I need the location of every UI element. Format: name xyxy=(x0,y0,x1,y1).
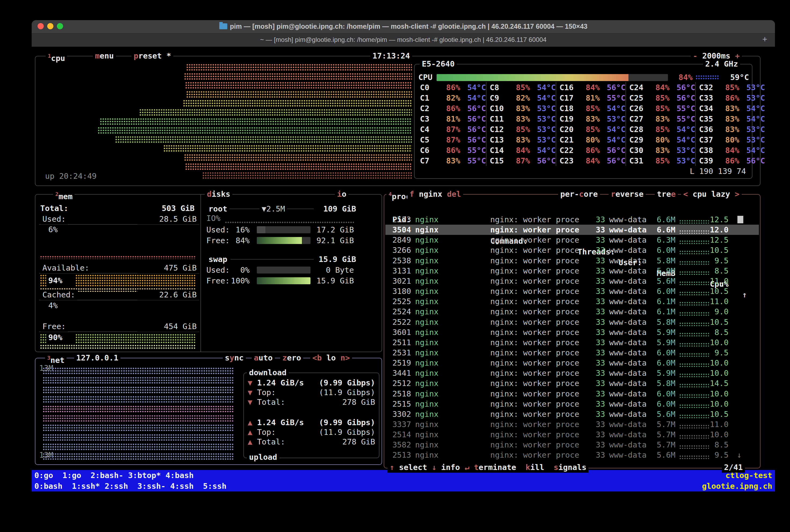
core-pct: 86% xyxy=(439,103,460,114)
process-row[interactable]: 3504nginxnginx: worker proce33www-data6.… xyxy=(385,225,759,235)
prev-interface-button[interactable]: <b xyxy=(312,353,322,362)
process-row[interactable]: 2519nginxnginx: worker proce33www-data6.… xyxy=(385,358,759,368)
core-id: C36 xyxy=(699,124,718,135)
process-pid: 2519 xyxy=(385,358,411,368)
mem-total-value: 503 GiB xyxy=(137,203,195,214)
mem-box: Total: 503 GiB Used: 28.5 GiB 6% Availab… xyxy=(35,194,382,352)
process-row[interactable]: 3021nginxnginx: worker proce33www-data5.… xyxy=(385,276,759,286)
proc-filter[interactable]: f nginx del xyxy=(407,189,463,200)
process-row[interactable]: 3266nginxnginx: worker proce33www-data6.… xyxy=(385,245,759,255)
core-stat: C1383%53°C xyxy=(486,134,556,145)
window-title: pim — [mosh] pim@glootie.ipng.ch: /home/… xyxy=(219,22,587,30)
disks-area: root ▼2.5M 109 GiB IO% Used:16% 17.2 GiB… xyxy=(200,195,382,352)
reverse-toggle[interactable]: reverse xyxy=(609,189,646,200)
process-threads: 33 xyxy=(581,225,605,235)
process-cpu-mini-graph xyxy=(679,271,709,275)
up-arrow-icon[interactable]: ↑ xyxy=(390,463,394,472)
net-interface-switcher[interactable]: <b lo n> xyxy=(310,353,352,363)
core-temp: 54°C xyxy=(600,134,625,145)
process-row[interactable]: 3337nginxnginx: worker proce33www-data5.… xyxy=(385,419,759,430)
preset-button[interactable]: preset * xyxy=(132,51,173,61)
process-row[interactable]: 2538nginxnginx: worker proce33www-data5.… xyxy=(385,255,759,266)
cpu-total-bar xyxy=(437,74,668,81)
sort-selector[interactable]: < cpu lazy > xyxy=(681,189,742,200)
mem-available-value: 475 GiB xyxy=(137,263,199,273)
menu-button[interactable]: menu xyxy=(93,51,116,61)
process-row[interactable]: 2511nginxnginx: worker proce33www-data5.… xyxy=(385,337,759,348)
io-mode-button[interactable]: io xyxy=(335,189,349,200)
process-threads: 33 xyxy=(581,430,605,440)
process-row[interactable]: 3441nginxnginx: worker proce33www-data5.… xyxy=(385,368,759,378)
tab-title[interactable]: ~ — [mosh] pim@glootie.ipng.ch: /home/pi… xyxy=(260,36,546,43)
core-pct: 85% xyxy=(509,124,530,135)
tab-bar: ~ — [mosh] pim@glootie.ipng.ch: /home/pi… xyxy=(32,33,775,47)
process-row[interactable]: 3582nginxnginx: worker proce33www-data5.… xyxy=(385,440,759,450)
process-row[interactable]: 2524nginxnginx: worker proce33www-data6.… xyxy=(385,306,759,317)
process-cpu-mini-graph xyxy=(679,281,709,285)
process-cpu: 12.0 xyxy=(708,225,729,235)
screen-status-bar-inner: 0:bash 1:ssh* 2:ssh 3:ssh- 4:ssh 5:ssh g… xyxy=(32,481,775,492)
process-command: nginx: worker proce xyxy=(490,399,579,409)
enter-icon[interactable]: ↵ xyxy=(464,463,469,472)
next-interface-button[interactable]: n> xyxy=(341,353,350,362)
core-temp: 54°C xyxy=(670,134,695,145)
core-temp: 56°C xyxy=(460,103,486,114)
zoom-button[interactable] xyxy=(57,23,63,29)
process-row[interactable]: 3601nginxnginx: worker proce33www-data5.… xyxy=(385,327,759,337)
core-id: C16 xyxy=(559,82,579,93)
disk-root-io-graph xyxy=(225,222,354,224)
down-arrow-icon[interactable]: ↓ xyxy=(432,463,436,472)
process-row[interactable]: 3302nginxnginx: worker proce33www-data5.… xyxy=(385,409,759,419)
process-row[interactable]: 2513nginxnginx: worker proce33www-data5.… xyxy=(385,450,759,460)
process-row[interactable]: 2531nginxnginx: worker proce33www-data6.… xyxy=(385,348,759,358)
process-mem: 5.7M xyxy=(640,430,675,440)
process-row[interactable]: 3180nginxnginx: worker proce33www-data6.… xyxy=(385,286,759,296)
kill-action[interactable]: ill xyxy=(530,463,544,472)
process-row[interactable]: 2518nginxnginx: worker proce33www-data6.… xyxy=(385,389,759,399)
minimize-button[interactable] xyxy=(47,23,53,29)
core-temp: 54°C xyxy=(530,93,556,103)
process-cpu: 12.5 xyxy=(708,214,729,225)
net-auto-button[interactable]: auto xyxy=(252,353,275,363)
signals-action[interactable]: ignals xyxy=(558,463,586,472)
net-zero-button[interactable]: zero xyxy=(280,353,303,363)
core-id: C4 xyxy=(420,124,439,135)
process-row[interactable]: 2849nginxnginx: worker proce33www-data6.… xyxy=(385,235,759,245)
process-pid: 3021 xyxy=(385,276,411,286)
sort-next-button[interactable]: > xyxy=(735,190,739,198)
core-pct: 83% xyxy=(509,103,530,114)
close-button[interactable] xyxy=(38,23,44,29)
process-row[interactable]: 2522nginxnginx: worker proce33www-data5.… xyxy=(385,317,759,327)
screen-windows-outer: 0:go 1:go 2:bash- 3:btop* 4:bash xyxy=(34,470,194,481)
process-pid: 2514 xyxy=(385,430,411,440)
net-interface[interactable]: 127.0.0.1 xyxy=(74,353,120,363)
process-row[interactable]: 3131nginxnginx: worker proce33www-data5.… xyxy=(385,266,759,276)
process-row[interactable]: 2515nginxnginx: worker proce33www-data6.… xyxy=(385,399,759,409)
proc-column-headers: Pid: Program: Command: Threads: User: Me… xyxy=(385,204,759,214)
process-row[interactable]: 2523nginxnginx: worker proce33www-data6.… xyxy=(385,214,759,225)
info-action[interactable]: info xyxy=(441,463,460,472)
tree-toggle[interactable]: tree xyxy=(655,189,678,200)
percore-toggle[interactable]: per-core xyxy=(558,189,600,200)
core-pct: 83% xyxy=(718,114,739,124)
new-tab-button[interactable]: + xyxy=(759,34,770,44)
interval-decrease-button[interactable]: - xyxy=(693,51,697,60)
core-pct: 85% xyxy=(579,103,600,114)
scrollbar-thumb[interactable] xyxy=(737,216,743,223)
process-row[interactable]: 2512nginxnginx: worker proce33www-data5.… xyxy=(385,378,759,388)
process-row[interactable]: 2525nginxnginx: worker proce33www-data6.… xyxy=(385,296,759,306)
disks-box-title[interactable]: disks xyxy=(205,189,232,200)
upload-top-row: ▲ Top:(11.9 Gibps) xyxy=(248,427,375,438)
core-stat: C182%54°C xyxy=(417,93,486,103)
terminate-action[interactable]: erminate xyxy=(479,463,516,472)
net-sync-button[interactable]: sync xyxy=(223,353,246,363)
filter-delete-button[interactable]: del xyxy=(447,190,461,198)
process-mem: 5.7M xyxy=(640,440,675,450)
process-command: nginx: worker proce xyxy=(490,327,579,337)
process-row[interactable]: 2514nginxnginx: worker proce33www-data5.… xyxy=(385,430,759,440)
process-pid: 2849 xyxy=(385,235,411,245)
sort-prev-button[interactable]: < xyxy=(683,190,688,198)
process-threads: 33 xyxy=(581,440,605,450)
process-cpu-mini-graph xyxy=(679,414,709,418)
core-temp: 54°C xyxy=(600,103,625,114)
